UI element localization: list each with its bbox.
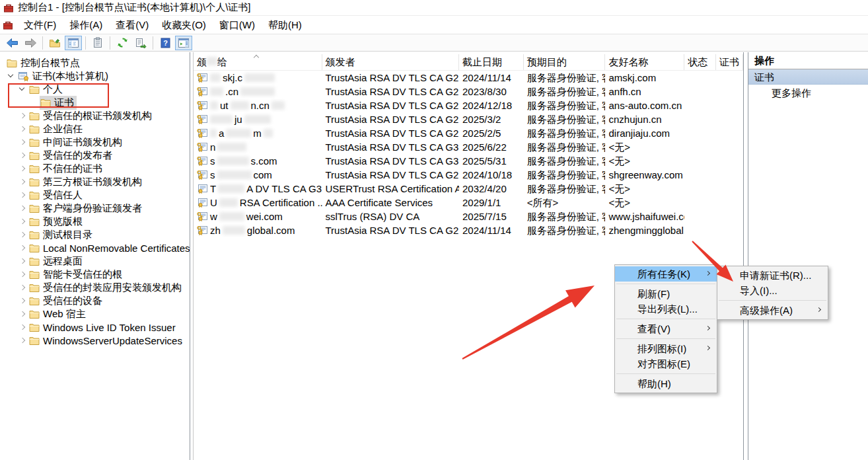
context-menu-item-3[interactable]: 导出列表(L)...	[615, 301, 717, 317]
tree-item-20[interactable]: Windows Live ID Token Issuer	[0, 321, 190, 334]
tree-item-15[interactable]: 远程桌面	[0, 254, 190, 268]
forward-arrow-button[interactable]	[22, 36, 39, 50]
chevron-right-icon[interactable]	[17, 229, 28, 241]
certificate-row[interactable]: juTrustAsia RSA DV TLS CA G22025/3/2服务器身…	[194, 112, 743, 126]
toolbar-separator	[42, 36, 43, 50]
chevron-right-icon[interactable]	[17, 110, 28, 122]
chevron-right-icon[interactable]	[17, 308, 28, 320]
submenu-item-0[interactable]: 申请新证书(R)...	[717, 268, 828, 283]
tree-item-label: 证书	[54, 96, 74, 109]
certificate-row[interactable]: zhglobal.comTrustAsia RSA DV TLS CA G220…	[194, 223, 743, 237]
chevron-right-icon[interactable]	[17, 202, 28, 214]
folder-icon	[29, 191, 40, 200]
folder-icon	[29, 297, 40, 305]
certificate-row[interactable]: nTrustAsia RSA DV TLS CA G32025/6/22服务器身…	[194, 140, 743, 154]
tree-item-11[interactable]: 客户端身份验证颁发者	[0, 202, 190, 215]
chevron-right-icon[interactable]	[17, 255, 28, 267]
tree-item-6[interactable]: 中间证书颁发机构	[0, 135, 190, 149]
refresh-button[interactable]	[114, 36, 131, 50]
chevron-right-icon[interactable]	[17, 268, 28, 280]
context-menu-item-2[interactable]: 刷新(F)	[615, 286, 717, 301]
certificate-row[interactable]: TA DV TLS CA G3USERTrust RSA Certificati…	[194, 182, 743, 196]
context-menu-item-8[interactable]: 对齐图标(E)	[615, 356, 717, 371]
tree-item-17[interactable]: 受信任的封装应用安装颁发机构	[0, 281, 190, 294]
tree-item-10[interactable]: 受信任人	[0, 188, 190, 202]
cell-status	[684, 112, 716, 126]
certificate-row[interactable]: ss.comTrustAsia RSA DV TLS CA G32025/5/3…	[194, 154, 743, 168]
column-header-5[interactable]: 状态	[684, 54, 716, 70]
submenu-item-1[interactable]: 导入(I)...	[717, 283, 828, 298]
tree-item-18[interactable]: 受信任的设备	[0, 294, 190, 307]
back-arrow-button[interactable]	[3, 36, 20, 50]
chevron-right-icon[interactable]	[17, 189, 28, 201]
chevron-right-icon[interactable]	[17, 176, 28, 188]
chevron-right-icon[interactable]	[17, 242, 28, 254]
menubar-item-3[interactable]: 收藏夹(O)	[155, 17, 213, 34]
tree-item-9[interactable]: 第三方根证书颁发机构	[0, 175, 190, 188]
context-menu-item-5[interactable]: 查看(V)	[615, 321, 717, 336]
tree-item-4[interactable]: 受信任的根证书颁发机构	[0, 109, 190, 122]
actions-group-certificates[interactable]: 证书	[748, 69, 868, 85]
certificate-row[interactable]: URSA Certification ...AAA Certificate Se…	[194, 196, 743, 210]
tree-item-0[interactable]: 控制台根节点	[0, 56, 190, 69]
tree-item-2[interactable]: 个人	[0, 83, 190, 96]
column-header-3[interactable]: 预期目的	[524, 54, 606, 70]
context-menu-item-10[interactable]: 帮助(H)	[615, 376, 717, 391]
column-header-1[interactable]: 颁发者	[322, 54, 459, 70]
tree-item-12[interactable]: 预览版根	[0, 215, 190, 228]
help-icon: ?	[161, 38, 170, 48]
chevron-right-icon[interactable]	[17, 163, 28, 174]
certificate-row[interactable]: .cnTrustAsia RSA DV TLS CA G22023/8/30服务…	[194, 85, 743, 98]
chevron-right-icon[interactable]	[17, 215, 28, 227]
tree-item-13[interactable]: 测试根目录	[0, 228, 190, 241]
cell-intended-purposes: 服务器身份验证, 客...	[524, 210, 606, 223]
chevron-right-icon[interactable]	[17, 334, 28, 346]
context-menu-item-7[interactable]: 排列图标(I)	[615, 341, 717, 356]
chevron-down-icon[interactable]	[17, 83, 28, 95]
chevron-down-icon[interactable]	[5, 70, 17, 82]
tree-item-3[interactable]: 证书	[0, 96, 190, 109]
menubar-item-4[interactable]: 窗口(W)	[213, 17, 262, 34]
menubar-item-1[interactable]: 操作(A)	[63, 17, 109, 34]
certificate-row[interactable]: scomTrustAsia RSA DV TLS CA G22024/10/18…	[194, 168, 743, 182]
certificate-row[interactable]: utn.cnTrustAsia RSA DV TLS CA G22024/12/…	[194, 98, 743, 112]
tree-item-8[interactable]: 不信任的证书	[0, 162, 190, 175]
tree-item-21[interactable]: WindowsServerUpdateServices	[0, 334, 190, 347]
chevron-right-icon[interactable]	[17, 295, 28, 307]
tree-item-1[interactable]: 证书(本地计算机)	[0, 69, 190, 83]
tree-item-16[interactable]: 智能卡受信任的根	[0, 268, 190, 281]
certificate-row[interactable]: amTrustAsia RSA DV TLS CA G22025/2/5服务器身…	[194, 126, 743, 140]
menubar-item-0[interactable]: 文件(F)	[17, 17, 63, 34]
chevron-right-icon[interactable]	[17, 136, 28, 148]
certificate-row[interactable]: skj.cTrustAsia RSA DV TLS CA G22024/11/1…	[194, 71, 743, 85]
cert-key-icon	[197, 114, 208, 124]
tree-item-14[interactable]: Local NonRemovable Certificates	[0, 241, 190, 254]
help-button[interactable]: ?	[157, 36, 174, 50]
submenu-item-3[interactable]: 高级操作(A)	[717, 303, 828, 318]
tree-item-7[interactable]: 受信任的发布者	[0, 149, 190, 162]
menubar-item-5[interactable]: 帮助(H)	[262, 17, 308, 34]
clipboard-button[interactable]	[89, 36, 106, 50]
column-header-6[interactable]: 证书	[716, 54, 743, 70]
certificate-row[interactable]: wwei.comsslTrus (RSA) DV CA2025/7/15服务器身…	[194, 210, 743, 223]
tree-item-label: WindowsServerUpdateServices	[43, 335, 182, 346]
menubar-item-2[interactable]: 查看(V)	[109, 17, 155, 34]
tree-item-19[interactable]: Web 宿主	[0, 307, 190, 321]
export-folder-button[interactable]	[46, 36, 63, 50]
chevron-right-icon[interactable]	[17, 282, 28, 293]
cell-friendly-name: www.jshaifuwei.co...	[605, 210, 684, 223]
export-list-button[interactable]	[132, 36, 149, 50]
cell-status	[684, 223, 716, 237]
chevron-right-icon[interactable]	[17, 149, 28, 161]
tree-item-5[interactable]: 企业信任	[0, 122, 190, 135]
show-action-pane-button[interactable]	[175, 36, 192, 50]
chevron-right-icon[interactable]	[17, 123, 28, 135]
chevron-right-icon[interactable]	[17, 321, 28, 333]
column-header-2[interactable]: 截止日期	[459, 54, 524, 70]
column-header-4[interactable]: 友好名称	[605, 54, 684, 70]
column-header-0[interactable]: 颁给	[194, 54, 322, 70]
show-console-tree-button[interactable]	[65, 36, 82, 50]
folder-icon	[7, 59, 17, 67]
more-actions-button[interactable]: 更多操作	[748, 85, 868, 102]
context-menu-item-0[interactable]: 所有任务(K)	[615, 266, 717, 282]
